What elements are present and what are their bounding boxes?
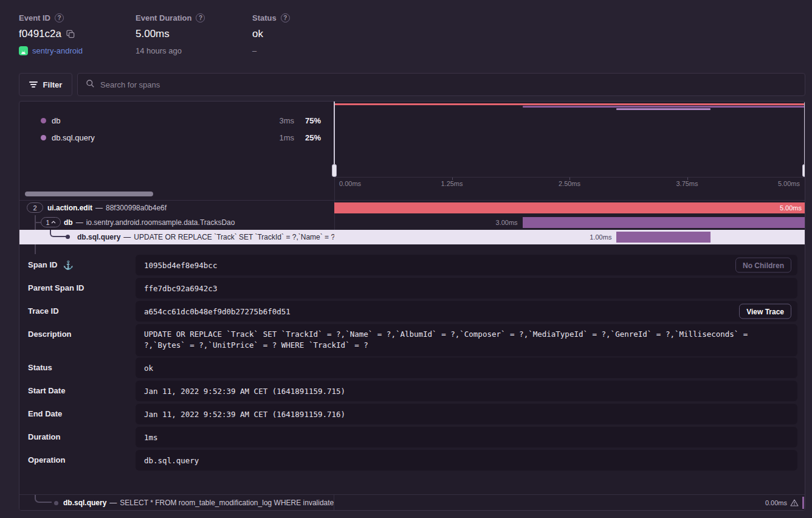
detail-value: 1095bd4ef8e94bcc <box>144 261 217 270</box>
detail-value-box: Jan 11, 2022 9:52:39 AM CET (1641891159.… <box>136 381 797 401</box>
filter-button-label: Filter <box>43 80 63 89</box>
help-icon[interactable]: ? <box>281 13 290 22</box>
minimap-span-line <box>616 108 710 110</box>
detail-row-span-id: Span ID⚓1095bd4ef8e94bccNo Children <box>19 255 805 275</box>
no-children-button: No Children <box>735 258 791 273</box>
search-input[interactable] <box>100 80 797 89</box>
span-tree: 2 ui.action.edit — 88f300998a0b4e6f 5.00… <box>19 200 805 244</box>
detail-row-start-date: Start DateJan 11, 2022 9:52:39 AM CET (1… <box>19 381 805 401</box>
span-duration-bar[interactable] <box>523 217 805 228</box>
status-value: ok <box>252 28 263 40</box>
detail-label-text: Operation <box>28 455 65 464</box>
detail-label-text: End Date <box>28 409 62 418</box>
tree-leaf-dot <box>66 235 70 239</box>
anchor-icon[interactable]: ⚓ <box>63 261 73 269</box>
warning-icon[interactable] <box>790 499 799 506</box>
detail-label-text: Span ID <box>28 260 57 269</box>
detail-row-trace-id: Trace IDa654cc61dc0b48ef9d0b27275b6f0d51… <box>19 301 805 322</box>
span-duration-label: 5.00ms <box>780 202 802 213</box>
minimap-left-grip[interactable] <box>332 164 337 177</box>
legend-item-db-sql-query[interactable]: db.sql.query 1ms 25% <box>19 131 334 144</box>
status-label-text: Status <box>252 13 277 22</box>
span-bar-track[interactable]: 5.00ms <box>334 201 805 215</box>
span-duration-label: 1.00ms <box>590 230 611 244</box>
tree-elbow-connector <box>35 495 52 503</box>
span-duration-bar[interactable]: 5.00ms <box>334 202 805 213</box>
axis-tick-label: 1.25ms <box>441 180 463 187</box>
detail-label: Operation <box>28 455 65 464</box>
detail-label-text: Trace ID <box>28 306 59 316</box>
detail-row-operation: Operationdb.sql.query <box>19 450 805 471</box>
event-age: 14 hours ago <box>136 46 182 55</box>
span-op: db.sql.query <box>63 499 106 507</box>
search-icon <box>86 79 95 91</box>
detail-value-box: Jan 11, 2022 9:52:39 AM CET (1641891159.… <box>136 404 797 424</box>
span-children-badge[interactable]: 2 <box>27 202 43 213</box>
span-desc: SELECT * FROM room_table_modification_lo… <box>120 499 334 507</box>
detail-label: Duration <box>28 432 60 441</box>
legend-item-db[interactable]: db 3ms 75% <box>19 114 334 127</box>
span-collapse-badge[interactable]: 1 <box>41 217 61 227</box>
detail-value-box: ok <box>136 357 797 378</box>
project-link[interactable]: sentry-android <box>32 46 83 55</box>
view-trace-button[interactable]: View Trace <box>739 304 791 319</box>
detail-label-text: Duration <box>28 432 60 441</box>
minimap-right-grip[interactable] <box>802 164 805 177</box>
legend-duration: 1ms <box>266 133 294 142</box>
separator: — <box>123 233 131 241</box>
span-bar-track[interactable]: 1.00ms <box>334 230 805 244</box>
badge-count: 1 <box>46 219 49 226</box>
tree-elbow-connector <box>50 230 67 237</box>
help-icon[interactable]: ? <box>196 13 205 22</box>
time-axis: 0.00ms1.25ms2.50ms3.75ms5.00ms <box>334 177 805 189</box>
help-icon[interactable]: ? <box>55 13 64 22</box>
event-duration-label-text: Event Duration <box>136 13 191 22</box>
detail-value: Jan 11, 2022 9:52:39 AM CET (1641891159.… <box>144 410 345 419</box>
span-bar-track[interactable]: 3.00ms <box>334 215 805 230</box>
span-duration-label: 3.00ms <box>496 215 518 230</box>
detail-value-box: UPDATE OR REPLACE `Track` SET `TrackId` … <box>136 324 797 356</box>
event-id-label: Event ID ? <box>19 13 83 22</box>
detail-value: 1ms <box>144 433 158 442</box>
filter-icon <box>29 81 38 88</box>
detail-value-box: db.sql.query <box>136 450 797 471</box>
detail-value: ok <box>144 364 153 373</box>
chevron-up-icon <box>51 221 56 224</box>
span-duration-bar[interactable] <box>616 232 710 243</box>
detail-label-text: Description <box>28 330 72 339</box>
span-desc: io.sentry.android.roomsample.data.Tracks… <box>86 218 235 227</box>
legend-percent: 75% <box>294 116 321 125</box>
axis-tick-label: 5.00ms <box>778 180 800 187</box>
span-search <box>77 73 805 96</box>
filter-button[interactable]: Filter <box>19 73 72 96</box>
detail-label: Status <box>28 363 52 372</box>
legend-dot <box>41 135 46 140</box>
detail-row-description: DescriptionUPDATE OR REPLACE `Track` SET… <box>19 324 805 356</box>
minimap-span-line <box>334 103 805 105</box>
event-duration-value: 5.00ms <box>136 28 170 40</box>
span-row-db-sql-query-selected[interactable]: db.sql.query — UPDATE OR REPLACE `Track`… <box>19 230 805 244</box>
detail-label-text: Start Date <box>28 386 65 395</box>
span-op: ui.action.edit <box>47 204 92 212</box>
event-id-value: f0491c2a <box>19 28 61 40</box>
separator: — <box>109 499 117 507</box>
span-row-ui-action-edit[interactable]: 2 ui.action.edit — 88f300998a0b4e6f 5.00… <box>19 201 805 215</box>
status-block: Status ? ok – <box>252 13 290 55</box>
span-waterfall-panel: db 3ms 75% db.sql.query 1ms 25% 0.00ms1.… <box>19 101 805 511</box>
horizontal-scrollbar[interactable] <box>25 192 153 196</box>
span-row-db[interactable]: 1 db — io.sentry.android.roomsample.data… <box>19 215 805 230</box>
minimap-span-line <box>523 106 805 108</box>
span-desc: UPDATE OR REPLACE `Track` SET `TrackId` … <box>134 233 334 241</box>
span-row-footer[interactable]: db.sql.query — SELECT * FROM room_table_… <box>19 494 805 511</box>
android-platform-icon <box>19 46 28 55</box>
copy-icon[interactable] <box>66 30 75 38</box>
span-op: db.sql.query <box>77 233 120 241</box>
legend-percent: 25% <box>294 133 321 142</box>
zero-duration-span-marker <box>802 497 804 509</box>
event-duration-block: Event Duration ? 5.00ms 14 hours ago <box>136 13 205 55</box>
span-op: db <box>64 218 73 227</box>
axis-tick-label: 3.75ms <box>676 180 698 187</box>
axis-tick-label: 2.50ms <box>559 180 580 187</box>
span-desc: 88f300998a0b4e6f <box>106 204 167 212</box>
minimap-chart[interactable] <box>334 102 805 177</box>
